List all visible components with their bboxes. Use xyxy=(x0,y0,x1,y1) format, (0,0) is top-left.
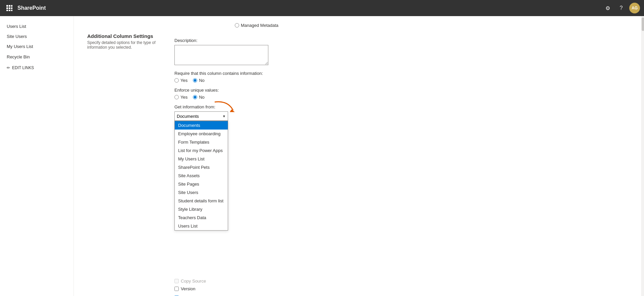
svg-rect-4 xyxy=(9,7,10,9)
version-option[interactable]: Version xyxy=(174,286,456,291)
settings-icon[interactable]: ⚙ xyxy=(602,3,613,13)
description-label: Description: xyxy=(174,38,456,43)
svg-rect-0 xyxy=(6,5,8,7)
dropdown-option-my-users-list[interactable]: My Users List xyxy=(175,155,228,163)
copy-source-checkbox[interactable] xyxy=(174,279,179,283)
enforce-no-option[interactable]: No xyxy=(193,95,205,100)
enforce-yes-option[interactable]: Yes xyxy=(174,95,187,100)
enforce-no-radio[interactable] xyxy=(193,95,197,99)
require-info-group: Yes No xyxy=(174,78,456,83)
svg-rect-3 xyxy=(6,7,8,9)
svg-rect-1 xyxy=(9,5,10,7)
copy-source-option[interactable]: Copy Source xyxy=(174,279,456,284)
sidebar-item-my-users-list[interactable]: My Users List xyxy=(0,42,73,52)
dropdown-option-employee-onboarding[interactable]: Employee onboarding xyxy=(175,130,228,138)
dropdown-option-site-pages[interactable]: Site Pages xyxy=(175,180,228,188)
dropdown-option-documents[interactable]: Documents xyxy=(175,121,228,130)
get-info-dropdown[interactable]: Documents ▼ xyxy=(174,111,228,121)
section-title: Additional Column Settings xyxy=(87,33,161,39)
dropdown-option-student-details[interactable]: Student details form list xyxy=(175,197,228,205)
dropdown-option-style-library[interactable]: Style Library xyxy=(175,205,228,213)
require-yes-radio[interactable] xyxy=(174,78,179,83)
sidebar-item-users-list[interactable]: Users List xyxy=(0,21,73,32)
version-checkbox[interactable] xyxy=(174,287,179,291)
dropdown-option-teachers-data[interactable]: Teachers Data xyxy=(175,213,228,222)
dropdown-option-form-templates[interactable]: Form Templates xyxy=(175,138,228,146)
dropdown-option-sharepoint-pets[interactable]: SharePoint Pets xyxy=(175,163,228,171)
description-input[interactable] xyxy=(174,45,268,65)
dropdown-arrow-icon: ▼ xyxy=(222,114,226,118)
nav-icons: ⚙ ? AG xyxy=(602,3,640,13)
sidebar-item-site-users[interactable]: Site Users xyxy=(0,32,73,42)
sidebar: Users List Site Users My Users List Recy… xyxy=(0,16,74,296)
content-area: Managed Metadata Additional Column Setti… xyxy=(74,16,644,296)
require-no-option[interactable]: No xyxy=(193,78,205,83)
managed-metadata-radio[interactable] xyxy=(235,23,239,28)
dropdown-option-list-for-power-apps[interactable]: List for my Power Apps xyxy=(175,146,228,155)
svg-rect-8 xyxy=(11,10,12,11)
help-icon[interactable]: ? xyxy=(616,3,627,13)
get-info-row: Documents ▼ Documents Employee onboardin… xyxy=(174,111,456,121)
main-layout: Users List Site Users My Users List Recy… xyxy=(0,16,644,296)
edit-links[interactable]: ✏ EDIT LINKS xyxy=(0,62,73,73)
require-no-radio[interactable] xyxy=(193,78,197,83)
dropdown-list: Documents Employee onboarding Form Templ… xyxy=(174,121,228,231)
waffle-icon[interactable] xyxy=(4,3,15,13)
app-name: SharePoint xyxy=(17,5,602,11)
svg-rect-5 xyxy=(11,7,12,9)
dropdown-option-users-list[interactable]: Users List xyxy=(175,222,228,230)
top-navigation: SharePoint ⚙ ? AG xyxy=(0,0,644,16)
require-yes-option[interactable]: Yes xyxy=(174,78,187,83)
enforce-yes-radio[interactable] xyxy=(174,95,179,99)
scrollbar-thumb[interactable] xyxy=(642,17,644,31)
sidebar-item-recycle-bin[interactable]: Recycle Bin xyxy=(0,52,73,62)
enforce-unique-label: Enforce unique values: xyxy=(174,88,456,93)
managed-metadata-option: Managed Metadata xyxy=(235,23,456,28)
dropdown-option-site-assets[interactable]: Site Assets xyxy=(175,171,228,180)
svg-rect-6 xyxy=(6,10,8,11)
dropdown-option-site-users[interactable]: Site Users xyxy=(175,188,228,197)
scrollbar-track[interactable] xyxy=(641,16,644,296)
require-info-label: Require that this column contains inform… xyxy=(174,71,456,76)
svg-rect-7 xyxy=(9,10,10,11)
section-subtitle: Specify detailed options for the type of… xyxy=(87,40,161,50)
svg-rect-2 xyxy=(11,5,12,7)
form-fields: Description: Require that this column co… xyxy=(174,33,456,296)
get-info-dropdown-container: Documents ▼ Documents Employee onboardin… xyxy=(174,111,228,121)
avatar[interactable]: AG xyxy=(629,3,640,13)
